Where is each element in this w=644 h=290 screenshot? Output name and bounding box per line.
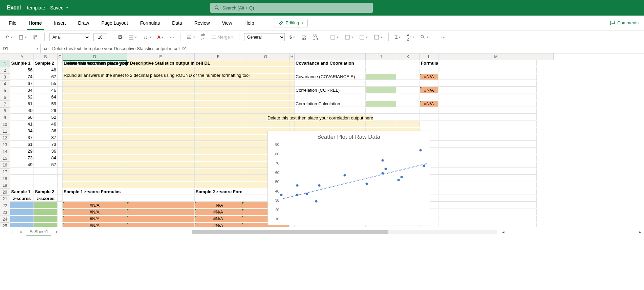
col-header-G[interactable]: G — [242, 53, 289, 60]
cell-G8[interactable] — [242, 108, 289, 114]
cell-J9[interactable] — [366, 114, 396, 120]
cell-D24[interactable]: #N/A — [63, 216, 127, 222]
cell-D8[interactable] — [63, 108, 127, 114]
cell-C24[interactable] — [58, 216, 63, 222]
cell-J2[interactable] — [366, 67, 396, 73]
cell-C4[interactable] — [58, 81, 63, 87]
cell-C20[interactable] — [58, 189, 63, 195]
cell-G10[interactable] — [242, 121, 289, 127]
cell-G3[interactable] — [242, 74, 289, 80]
cell-E16[interactable] — [127, 162, 195, 168]
cell-C2[interactable] — [58, 67, 63, 73]
cell-F20[interactable]: Sample 2 z-score Formulas — [195, 189, 242, 195]
cell-M20[interactable] — [438, 189, 537, 195]
row-header-13[interactable]: 13 — [0, 141, 10, 148]
row-header-18[interactable]: 18 — [0, 175, 10, 182]
align-button[interactable]: ▾ — [185, 34, 196, 41]
cell-E13[interactable] — [127, 141, 195, 148]
cell-E12[interactable] — [127, 135, 195, 141]
cell-J7[interactable] — [366, 101, 396, 107]
col-header-H[interactable]: H — [289, 53, 295, 60]
cell-F17[interactable] — [195, 169, 242, 175]
cell-C13[interactable] — [58, 141, 63, 148]
cell-F25[interactable]: #N/A — [195, 223, 242, 227]
cell-K6[interactable] — [396, 94, 420, 100]
borders-button[interactable]: ▾ — [127, 34, 138, 41]
cell-M14[interactable] — [438, 148, 537, 154]
cell-B8[interactable]: 29 — [34, 108, 58, 114]
cell-I8[interactable] — [295, 108, 366, 114]
cell-G1[interactable] — [242, 60, 289, 66]
cell-C9[interactable] — [58, 114, 63, 120]
cell-C3[interactable] — [58, 74, 63, 80]
col-header-J[interactable]: J — [366, 53, 396, 60]
cell-F1[interactable] — [195, 60, 242, 66]
cell-G5[interactable] — [242, 87, 289, 93]
cell-M16[interactable] — [438, 162, 537, 168]
cell-E15[interactable] — [127, 155, 195, 161]
cell-A14[interactable]: 29 — [10, 148, 34, 154]
font-size-input[interactable] — [93, 33, 107, 41]
cell-D10[interactable] — [63, 121, 127, 127]
cell-C1[interactable] — [58, 60, 63, 66]
cell-L9[interactable] — [420, 114, 438, 120]
cell-B10[interactable]: 46 — [34, 121, 58, 127]
cell-G7[interactable] — [242, 101, 289, 107]
cell-D16[interactable] — [63, 162, 127, 168]
cell-E23[interactable] — [127, 209, 195, 215]
row-header-11[interactable]: 11 — [0, 128, 10, 135]
cell-M24[interactable] — [438, 216, 537, 222]
sort-filter-button[interactable]: A↓Z▾ — [405, 32, 415, 42]
cell-A13[interactable]: 61 — [10, 141, 34, 148]
cell-C11[interactable] — [58, 128, 63, 134]
cell-L8[interactable] — [420, 108, 438, 114]
cell-B19[interactable] — [34, 182, 58, 188]
cell-D13[interactable] — [63, 141, 127, 148]
tab-file[interactable]: File — [3, 16, 23, 30]
cell-E6[interactable] — [127, 94, 195, 100]
cell-B11[interactable]: 36 — [34, 128, 58, 134]
col-header-F[interactable]: F — [195, 53, 242, 60]
cell-M17[interactable] — [438, 169, 537, 175]
comments-button[interactable]: Comments — [610, 20, 641, 26]
cell-M12[interactable] — [438, 135, 537, 141]
currency-button[interactable]: $▾ — [288, 34, 296, 40]
tab-review[interactable]: Review — [188, 16, 216, 30]
cell-A24[interactable] — [10, 216, 34, 222]
cell-F13[interactable] — [195, 141, 242, 148]
cell-B12[interactable]: 37 — [34, 135, 58, 141]
fx-icon[interactable]: fx — [41, 46, 51, 51]
cell-M19[interactable] — [438, 182, 537, 188]
col-header-C[interactable]: C — [58, 53, 63, 60]
cell-K4[interactable] — [396, 81, 420, 87]
row-header-17[interactable]: 17 — [0, 169, 10, 175]
cell-K1[interactable] — [396, 60, 420, 66]
cell-D25[interactable]: #N/A — [63, 223, 127, 227]
cell-J3[interactable] — [366, 74, 396, 80]
cell-M13[interactable] — [438, 141, 537, 148]
more-font-button[interactable]: ⋯ — [168, 34, 175, 40]
tab-draw[interactable]: Draw — [72, 16, 95, 30]
cell-E5[interactable] — [127, 87, 195, 93]
cell-D17[interactable] — [63, 169, 127, 175]
cell-M10[interactable] — [438, 121, 537, 127]
cell-B24[interactable] — [34, 216, 58, 222]
cell-A6[interactable]: 62 — [10, 94, 34, 100]
cell-E20[interactable] — [127, 189, 195, 195]
more-button[interactable]: ⋯ — [440, 34, 447, 40]
cell-B18[interactable] — [34, 175, 58, 181]
tab-layout[interactable]: Page Layout — [95, 16, 134, 30]
tab-formulas[interactable]: Formulas — [134, 16, 166, 30]
cell-A21[interactable]: z-scores — [10, 196, 34, 202]
cell-D14[interactable] — [63, 148, 127, 154]
search-box[interactable]: Search (Alt + Q) — [210, 3, 373, 13]
cell-D23[interactable]: #N/A — [63, 209, 127, 215]
row-header-7[interactable]: 7 — [0, 101, 10, 108]
cell-E4[interactable] — [127, 81, 195, 87]
cell-K2[interactable] — [396, 67, 420, 73]
cell-B9[interactable]: 52 — [34, 114, 58, 120]
cell-F5[interactable] — [195, 87, 242, 93]
cell-M18[interactable] — [438, 175, 537, 181]
cell-I1[interactable]: Covariance and Coorelation — [295, 60, 366, 66]
row-header-19[interactable]: 19 — [0, 182, 10, 189]
